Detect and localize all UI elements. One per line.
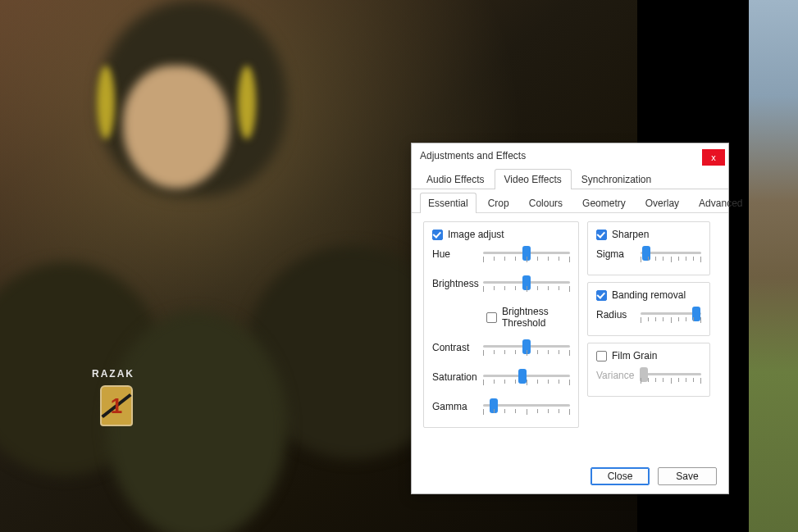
group-banding-removal: Banding removal Radius <box>587 282 710 336</box>
tab-synchronization[interactable]: Synchronization <box>572 169 661 189</box>
decor-visor <box>97 66 115 139</box>
hue-slider[interactable] <box>483 247 570 265</box>
sharpen-label: Sharpen <box>612 229 649 240</box>
image-adjust-label: Image adjust <box>448 229 504 240</box>
hue-label: Hue <box>432 247 477 260</box>
save-button[interactable]: Save <box>658 467 717 485</box>
desktop-sliver <box>749 0 798 532</box>
variance-label: Variance <box>596 368 634 381</box>
dialog-title: Adjustments and Effects <box>420 150 526 161</box>
gamma-label: Gamma <box>432 399 477 412</box>
tab-essential[interactable]: Essential <box>420 193 477 213</box>
radius-slider[interactable] <box>641 307 701 325</box>
close-dialog-button[interactable]: Close <box>591 467 650 485</box>
nameplate: RAZAK <box>92 368 135 380</box>
film-grain-checkbox[interactable] <box>596 351 607 361</box>
contrast-slider[interactable] <box>483 340 570 358</box>
tab-advanced[interactable]: Advanced <box>691 193 750 213</box>
group-image-adjust: Image adjust Hue Brightness <box>423 221 579 428</box>
saturation-label: Saturation <box>432 370 477 383</box>
gamma-slider[interactable] <box>483 399 570 417</box>
tab-crop[interactable]: Crop <box>480 193 518 213</box>
tab-colours[interactable]: Colours <box>521 193 571 213</box>
banding-removal-checkbox[interactable] <box>596 290 607 301</box>
tab-audio-effects[interactable]: Audio Effects <box>417 169 495 189</box>
image-adjust-checkbox[interactable] <box>432 230 443 240</box>
banding-removal-label: Banding removal <box>612 289 686 301</box>
close-button[interactable]: x <box>702 149 725 166</box>
contrast-label: Contrast <box>432 340 477 353</box>
dialog-button-row: Close Save <box>591 467 717 485</box>
patch-number: 1 <box>111 393 122 419</box>
tab-video-effects[interactable]: Video Effects <box>495 169 572 189</box>
tab-geometry[interactable]: Geometry <box>574 193 634 213</box>
brightness-label: Brightness <box>432 276 477 289</box>
decor-face <box>123 66 230 189</box>
decor-chest <box>107 311 287 532</box>
sigma-slider[interactable] <box>641 247 701 265</box>
group-sharpen: Sharpen Sigma <box>587 221 710 275</box>
radius-label: Radius <box>596 307 634 321</box>
primary-tabs: Audio Effects Video Effects Synchronizat… <box>412 168 728 189</box>
adjustments-effects-dialog: Adjustments and Effects x Audio Effects … <box>411 143 729 494</box>
secondary-tabs: Essential Crop Colours Geometry Overlay … <box>412 189 728 213</box>
film-grain-label: Film Grain <box>612 350 657 361</box>
saturation-slider[interactable] <box>483 370 570 388</box>
tab-overlay[interactable]: Overlay <box>637 193 687 213</box>
sigma-label: Sigma <box>596 247 634 260</box>
titlebar[interactable]: Adjustments and Effects x <box>412 143 728 168</box>
arm-patch: 1 <box>100 385 133 426</box>
group-film-grain: Film Grain Variance <box>587 343 710 397</box>
brightness-threshold-checkbox[interactable] <box>486 312 497 323</box>
variance-slider <box>641 368 701 386</box>
decor-visor <box>238 66 256 139</box>
brightness-threshold-label: Brightness Threshold <box>502 306 570 329</box>
brightness-slider[interactable] <box>483 276 570 294</box>
sharpen-checkbox[interactable] <box>596 230 607 240</box>
close-icon: x <box>711 152 716 162</box>
